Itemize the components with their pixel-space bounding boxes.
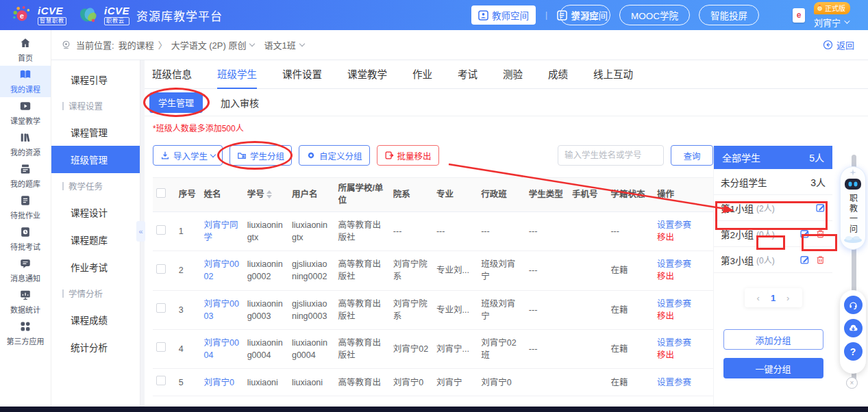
- tab-homework[interactable]: 作业: [412, 60, 432, 89]
- menu-item-class-management[interactable]: 班级管理: [51, 146, 140, 173]
- rail-item-statistics[interactable]: 数据统计: [0, 286, 51, 318]
- menu-section-teaching-tasks: 教学任务: [51, 173, 140, 198]
- cell-phone: [569, 329, 608, 368]
- delete-group-icon[interactable]: [815, 229, 826, 239]
- row-checkbox[interactable]: [156, 342, 166, 352]
- sort-icon[interactable]: [266, 190, 272, 198]
- breadcrumb-course[interactable]: 大学语文 (2P) 原创: [171, 38, 247, 51]
- join-audit-subtab[interactable]: 加入审核: [221, 96, 259, 110]
- sidebar-collapse-handle[interactable]: «: [136, 221, 145, 242]
- row-checkbox[interactable]: [156, 264, 166, 274]
- back-button[interactable]: 返回: [823, 38, 854, 51]
- row-checkbox[interactable]: [156, 376, 166, 385]
- rail-item-pending-homework[interactable]: 待批作业: [0, 192, 51, 223]
- rail-item-messages[interactable]: 消息通知: [0, 255, 51, 286]
- icve-doc-icon[interactable]: e: [793, 8, 805, 23]
- student-grouping-icon: [237, 151, 247, 160]
- rail-item-third-party-apps[interactable]: 第三方应用: [0, 318, 51, 349]
- select-all-checkbox[interactable]: [156, 188, 166, 198]
- user-menu[interactable]: 正式版 刘宵宁: [814, 2, 850, 29]
- rail-item-classroom-teaching[interactable]: 课堂教学: [0, 97, 51, 129]
- class-dropdown-icon[interactable]: [299, 41, 304, 47]
- help-button[interactable]: ?: [844, 342, 863, 361]
- auto-group-button[interactable]: 一键分组: [723, 358, 823, 378]
- cell-student-name[interactable]: 刘宵宁0: [201, 369, 244, 396]
- cell-student-name[interactable]: 刘宵宁同学: [201, 212, 244, 251]
- next-page-button[interactable]: ›: [786, 293, 789, 303]
- medal-icon: [817, 5, 823, 11]
- tab-online-interaction[interactable]: 线上互动: [593, 60, 633, 89]
- menu-item-course-design[interactable]: 课程设计: [51, 198, 140, 226]
- tab-courseware-settings[interactable]: 课件设置: [282, 60, 322, 89]
- query-button[interactable]: 查询: [671, 145, 713, 166]
- mooc-button[interactable]: MOOC学院: [619, 5, 690, 25]
- breadcrumb-root[interactable]: 我的课程: [119, 38, 154, 51]
- group-row-2[interactable]: 第2小组 (0人): [714, 221, 832, 247]
- menu-item-homework-exam[interactable]: 作业考试: [51, 253, 140, 281]
- group-row-1[interactable]: 第1小组 (2人): [714, 195, 832, 221]
- set-contest-link[interactable]: 设置参赛: [657, 258, 710, 270]
- tab-quiz[interactable]: 测验: [503, 60, 523, 89]
- menu-item-statistics-analysis[interactable]: 统计分析: [51, 333, 140, 361]
- add-group-button[interactable]: 添加分组: [723, 329, 823, 350]
- ungrouped-students-row[interactable]: 未分组学生 3人: [714, 169, 832, 195]
- tab-exam[interactable]: 考试: [458, 60, 478, 89]
- cell-student-name[interactable]: 刘宵宁0003: [201, 290, 244, 329]
- cell-student-type: ---: [525, 329, 569, 368]
- remove-link[interactable]: 移出: [657, 231, 710, 244]
- batch-remove-button[interactable]: 批量移出: [377, 145, 439, 166]
- cell-student-name[interactable]: 刘宵宁0002: [201, 251, 244, 290]
- edit-group-icon[interactable]: [799, 255, 810, 265]
- breadcrumb-class[interactable]: 语文1班: [264, 38, 295, 51]
- tab-class-info[interactable]: 班级信息: [152, 60, 192, 89]
- row-checkbox[interactable]: [156, 303, 166, 313]
- student-grouping-button[interactable]: 学生分组: [230, 145, 292, 166]
- set-contest-link[interactable]: 设置参赛: [657, 337, 710, 349]
- rail-item-home[interactable]: 首页: [0, 34, 51, 66]
- cell-username: liuxiaoningtx: [288, 212, 334, 251]
- back-icon: [823, 40, 833, 50]
- student-management-subtab[interactable]: 学生管理: [149, 92, 203, 113]
- set-contest-link[interactable]: 设置参赛: [657, 376, 710, 389]
- edit-group-icon[interactable]: [815, 203, 826, 213]
- question-bank-icon: [19, 163, 32, 175]
- gear-icon: [306, 151, 316, 160]
- tab-grades[interactable]: 成绩: [548, 60, 568, 89]
- close-floating-button[interactable]: ×: [846, 377, 858, 389]
- rail-item-question-bank[interactable]: 我的题库: [0, 160, 51, 192]
- menu-item-course-guide[interactable]: 课程引导: [51, 66, 140, 93]
- custom-grouping-button[interactable]: 自定义分组: [299, 145, 370, 166]
- group-name: 第1小组: [721, 201, 754, 215]
- header-student-id[interactable]: 学号: [244, 178, 288, 212]
- set-contest-link[interactable]: 设置参赛: [657, 219, 710, 231]
- rail-item-pending-exams[interactable]: 待批考试: [0, 223, 51, 255]
- teacher-space-button[interactable]: 教师空间: [471, 5, 536, 25]
- all-students-header[interactable]: 全部学生 5人: [714, 146, 832, 169]
- tab-classroom-teaching[interactable]: 课堂教学: [347, 60, 387, 89]
- prev-page-button[interactable]: ‹: [757, 293, 760, 303]
- set-contest-link[interactable]: 设置参赛: [657, 298, 710, 310]
- download-button[interactable]: [844, 319, 863, 337]
- menu-item-course-grades[interactable]: 课程成绩: [51, 306, 140, 333]
- remove-link[interactable]: 移出: [657, 349, 710, 361]
- import-students-button[interactable]: 导入学生: [153, 145, 223, 166]
- remove-link[interactable]: 移出: [657, 270, 710, 283]
- assistant-widget[interactable]: 职教一问: [840, 166, 866, 250]
- edit-group-icon[interactable]: [799, 229, 810, 239]
- student-search-input[interactable]: [558, 145, 664, 166]
- rail-item-my-courses[interactable]: 我的课程: [0, 66, 51, 97]
- cell-student-name[interactable]: 刘宵宁0004: [201, 329, 244, 368]
- menu-item-course-management[interactable]: 课程管理: [51, 118, 140, 146]
- cell-username: gjsliuxiaoning0002: [288, 251, 334, 290]
- resource-lib-button[interactable]: 资源库: [560, 5, 611, 25]
- rail-item-my-resources[interactable]: 我的资源: [0, 129, 51, 160]
- row-checkbox[interactable]: [156, 225, 166, 235]
- menu-item-course-question-bank[interactable]: 课程题库: [51, 226, 140, 253]
- customer-service-button[interactable]: [844, 296, 863, 314]
- remove-link[interactable]: 移出: [657, 310, 710, 322]
- course-dropdown-icon[interactable]: [249, 41, 255, 47]
- group-row-3[interactable]: 第3小组 (0人): [714, 247, 832, 273]
- delete-group-icon[interactable]: [815, 255, 826, 265]
- smart-cast-button[interactable]: 智能投屏: [699, 5, 759, 25]
- tab-class-students[interactable]: 班级学生: [217, 60, 257, 89]
